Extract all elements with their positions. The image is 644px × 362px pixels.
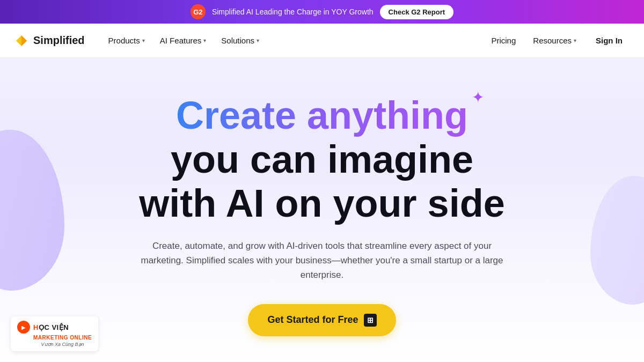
hero-subtext: Create, automate, and grow with AI-drive… — [140, 239, 504, 283]
check-report-button[interactable]: Check G2 Report — [380, 5, 453, 19]
chevron-down-icon: ▾ — [142, 38, 145, 43]
headline-line3: with AI on your side — [139, 181, 504, 226]
nav-item-signin[interactable]: Sign In — [587, 32, 631, 49]
navbar: Simplified Products ▾ AI Features ▾ Solu… — [0, 24, 644, 58]
logo-text: Simplified — [33, 34, 85, 47]
nav-right: Pricing Resources ▾ Sign In — [485, 32, 631, 49]
headline-colored: Create anything — [176, 94, 468, 137]
nav-left: Products ▾ AI Features ▾ Solutions ▾ — [102, 32, 266, 49]
nav-item-resources[interactable]: Resources ▾ — [526, 32, 583, 49]
cta-icon — [364, 314, 377, 327]
hero-section: Create anything ✦ you can imagine with A… — [0, 58, 644, 362]
hero-headline: Create anything ✦ you can imagine with A… — [139, 94, 504, 226]
chevron-down-icon: ▾ — [203, 38, 206, 43]
watermark-tagline: Vươn Xa Cùng Bạn — [33, 342, 92, 347]
play-icon: ▶ — [17, 321, 30, 334]
watermark-top: ▶ HỌC VIỆN — [17, 321, 92, 334]
nav-item-solutions[interactable]: Solutions ▾ — [215, 32, 266, 49]
nav-item-ai-features[interactable]: AI Features ▾ — [153, 32, 213, 49]
nav-item-pricing[interactable]: Pricing — [485, 32, 522, 49]
watermark-sub: MARKETING ONLINE — [33, 335, 92, 341]
chevron-down-icon: ▾ — [257, 38, 259, 43]
logo-icon — [13, 32, 30, 49]
nav-item-products[interactable]: Products ▾ — [102, 32, 151, 49]
chevron-down-icon: ▾ — [574, 38, 576, 43]
cta-get-started-button[interactable]: Get Started for Free — [248, 304, 396, 336]
watermark-brand: HỌC VIỆN — [33, 323, 69, 331]
g2-badge: G2 — [191, 4, 206, 19]
watermark: ▶ HỌC VIỆN MARKETING ONLINE Vươn Xa Cùng… — [11, 316, 98, 351]
announcement-text: Simplified AI Leading the Charge in YOY … — [212, 8, 374, 16]
announcement-bar: G2 Simplified AI Leading the Charge in Y… — [0, 0, 644, 24]
logo[interactable]: Simplified — [13, 32, 85, 49]
headline-line2: you can imagine — [139, 137, 504, 182]
sparkle-icon: ✦ — [472, 89, 484, 106]
